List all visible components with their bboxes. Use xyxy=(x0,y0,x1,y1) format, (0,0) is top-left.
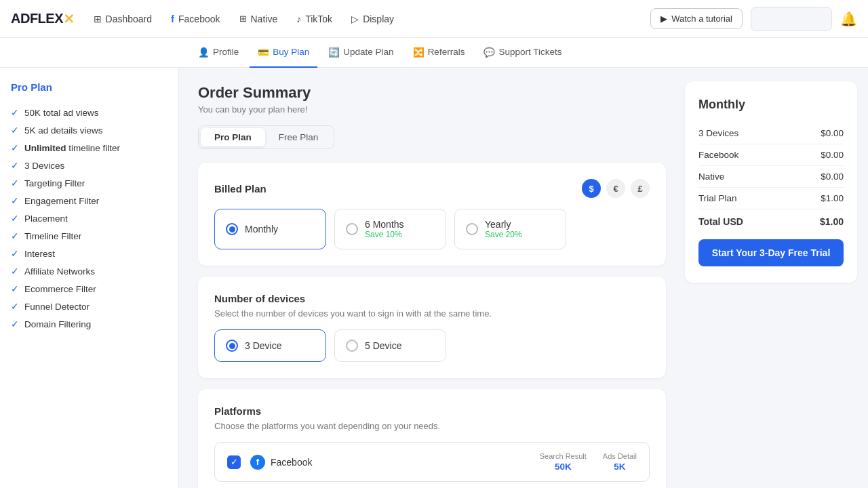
platforms-title: Platforms xyxy=(214,405,650,417)
check-icon: ✓ xyxy=(11,160,19,171)
buy-plan-icon: 💳 xyxy=(258,47,269,58)
total-value: $1.00 xyxy=(820,216,844,227)
nav-item-display[interactable]: ▷ Display xyxy=(343,0,402,38)
sidebar-item: ✓ Timeline Filter xyxy=(11,227,167,245)
billed-plan-header: Billed Plan $ € £ xyxy=(214,179,650,198)
check-icon: ✓ xyxy=(11,195,19,206)
devices-subtitle: Select the number of devices you want to… xyxy=(214,308,650,319)
facebook-ads-detail: Ads Detail 5K xyxy=(603,452,637,472)
billing-save-yearly: Save 20% xyxy=(485,230,522,239)
tiktok-icon: ♪ xyxy=(296,14,301,24)
pro-plan-toggle-button[interactable]: Pro Plan xyxy=(201,128,265,146)
billing-label-monthly: Monthly xyxy=(245,224,278,235)
billing-option-6months[interactable]: 6 Months Save 10% xyxy=(334,209,446,249)
radio-inner xyxy=(229,226,235,232)
radio-inner xyxy=(229,343,235,349)
sub-nav-label-update-plan: Update Plan xyxy=(343,47,393,57)
nav-label-dashboard: Dashboard xyxy=(106,14,153,24)
check-icon: ✓ xyxy=(11,125,19,136)
radio-3device xyxy=(226,340,238,352)
total-label: Total USD xyxy=(698,216,743,227)
facebook-platform-icon: f xyxy=(250,455,265,470)
check-icon: ✓ xyxy=(11,319,19,329)
radio-yearly xyxy=(466,223,478,235)
pound-currency-button[interactable]: £ xyxy=(631,179,650,198)
summary-card: Monthly 3 Devices $0.00 Facebook $0.00 N… xyxy=(685,81,857,283)
billed-plan-title: Billed Plan xyxy=(214,183,267,195)
euro-currency-button[interactable]: € xyxy=(606,179,625,198)
summary-row-trial: Trial Plan $1.00 xyxy=(698,188,844,209)
summary-row-label: Native xyxy=(698,171,724,182)
billed-plan-card: Billed Plan $ € £ Monthly xyxy=(198,163,666,266)
sub-nav-item-profile[interactable]: 👤 Profile xyxy=(190,38,247,68)
nav-item-native[interactable]: ⊞ Native xyxy=(231,0,286,38)
nav-label-native: Native xyxy=(251,14,278,24)
sidebar-item-affiliate-networks: ✓ Affiliate Networks xyxy=(11,262,167,280)
platforms-subtitle: Choose the platforms you want depending … xyxy=(214,421,650,431)
summary-row-value: $0.00 xyxy=(821,128,844,138)
nav-item-dashboard[interactable]: ⊞ Dashboard xyxy=(85,0,161,38)
sidebar-item: ✓ Interest xyxy=(11,245,167,262)
billing-option-monthly[interactable]: Monthly xyxy=(214,209,326,249)
checkbox-check: ✓ xyxy=(231,457,238,467)
billing-option-yearly[interactable]: Yearly Save 20% xyxy=(454,209,566,249)
facebook-platform-name: f Facebook xyxy=(250,455,325,470)
sub-nav-item-support[interactable]: 💬 Support Tickets xyxy=(475,38,570,68)
dashboard-icon: ⊞ xyxy=(94,14,102,24)
ads-detail-value: 5K xyxy=(614,462,625,472)
facebook-nav-icon: f xyxy=(171,13,174,24)
check-icon: ✓ xyxy=(11,266,19,277)
watch-tutorial-button[interactable]: ▶ Watch a tutorial xyxy=(650,8,743,29)
ads-detail-label: Ads Detail xyxy=(603,452,637,460)
platforms-card: Platforms Choose the platforms you want … xyxy=(198,389,666,488)
sidebar-item: ✓ 5K ad details views xyxy=(11,121,167,139)
sub-nav-label-profile: Profile xyxy=(213,47,239,57)
sub-nav-item-update-plan[interactable]: 🔄 Update Plan xyxy=(320,38,401,68)
bell-icon[interactable]: 🔔 xyxy=(840,11,857,27)
nav-item-facebook[interactable]: f Facebook xyxy=(163,0,228,38)
nav-label-tiktok: TikTok xyxy=(305,14,332,24)
watch-tutorial-label: Watch a tutorial xyxy=(671,14,732,24)
summary-total-row: Total USD $1.00 xyxy=(698,209,844,234)
sidebar-item: ✓ Targeting Filter xyxy=(11,174,167,192)
native-nav-icon: ⊞ xyxy=(239,14,247,24)
device-option-3[interactable]: 3 Device xyxy=(214,329,326,362)
billing-save-6months: Save 10% xyxy=(365,230,404,239)
start-trial-button[interactable]: Start Your 3-Day Free Trial xyxy=(698,239,844,266)
billing-options: Monthly 6 Months Save 10% Yearly Save 20… xyxy=(214,209,650,249)
summary-title: Monthly xyxy=(698,98,844,112)
logo[interactable]: ADFLEX✕ xyxy=(11,11,75,27)
free-plan-toggle-button[interactable]: Free Plan xyxy=(265,128,332,146)
top-nav: ADFLEX✕ ⊞ Dashboard f Facebook ⊞ Native … xyxy=(0,0,868,38)
dollar-currency-button[interactable]: $ xyxy=(582,179,601,198)
search-result-value: 50K xyxy=(555,462,572,472)
nav-right: ▶ Watch a tutorial 🔔 xyxy=(650,7,857,31)
logo-x: ✕ xyxy=(63,11,75,27)
summary-row-value: $0.00 xyxy=(821,150,844,160)
update-plan-icon: 🔄 xyxy=(328,47,340,58)
search-result-label: Search Result xyxy=(540,452,587,460)
sidebar-item: ✓ Funnel Detector xyxy=(11,298,167,315)
billing-label-yearly: Yearly xyxy=(485,219,522,230)
main-content: Order Summary You can buy your plan here… xyxy=(179,68,685,488)
right-panel: Monthly 3 Devices $0.00 Facebook $0.00 N… xyxy=(685,68,868,488)
summary-row-label: 3 Devices xyxy=(698,128,738,138)
facebook-checkbox[interactable]: ✓ xyxy=(227,455,241,469)
nav-item-tiktok[interactable]: ♪ TikTok xyxy=(288,0,340,38)
summary-row-native: Native $0.00 xyxy=(698,166,844,188)
platform-row-facebook: ✓ f Facebook Search Result 50K Ads Detai… xyxy=(214,442,650,482)
sidebar-item: ✓ Domain Filtering xyxy=(11,315,167,333)
sidebar-item: ✓ Ecommerce Filter xyxy=(11,280,167,298)
sidebar-item: ✓ 50K total ad views xyxy=(11,104,167,121)
support-icon: 💬 xyxy=(484,47,495,58)
referrals-icon: 🔀 xyxy=(413,47,425,58)
radio-5device xyxy=(346,340,358,352)
search-box[interactable] xyxy=(751,7,832,31)
sub-nav-item-buy-plan[interactable]: 💳 Buy Plan xyxy=(250,38,317,68)
check-icon: ✓ xyxy=(11,213,19,224)
device-option-5[interactable]: 5 Device xyxy=(334,329,446,362)
nav-label-facebook: Facebook xyxy=(178,14,220,24)
summary-row-value: $1.00 xyxy=(821,193,844,203)
sub-nav-item-referrals[interactable]: 🔀 Referrals xyxy=(405,38,473,68)
sub-nav: 👤 Profile 💳 Buy Plan 🔄 Update Plan 🔀 Ref… xyxy=(0,38,868,68)
